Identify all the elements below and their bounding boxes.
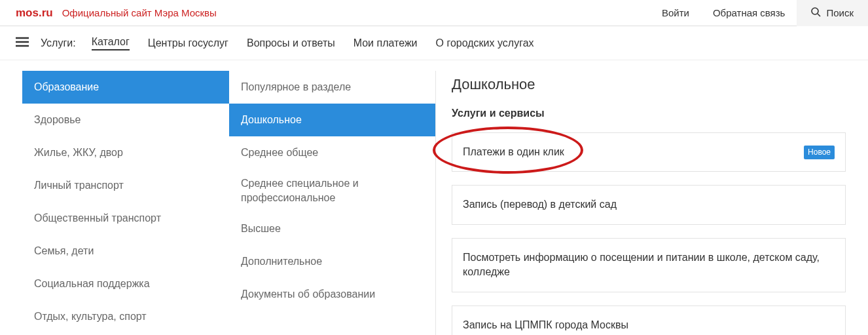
- service-one-click-payments[interactable]: Платежи в один клик Новое: [452, 132, 846, 172]
- nav-payments[interactable]: Мои платежи: [353, 37, 418, 49]
- category-social[interactable]: Социальная поддержка: [22, 267, 229, 300]
- subcat-popular[interactable]: Популярное в разделе: [229, 71, 435, 104]
- category-transport-public[interactable]: Общественный транспорт: [22, 202, 229, 235]
- subcat-vocational[interactable]: Среднее специальное и профессиональное: [229, 169, 435, 212]
- topbar-right: Войти Обратная связь Поиск: [650, 0, 868, 26]
- service-label: Посмотреть информацию о посещении и пита…: [463, 250, 835, 280]
- nav-centers[interactable]: Центры госуслуг: [148, 37, 228, 49]
- subcategory-column: Популярное в разделе Дошкольное Среднее …: [229, 71, 436, 335]
- nav-catalog[interactable]: Каталог: [92, 36, 130, 50]
- category-leisure[interactable]: Отдых, культура, спорт: [22, 300, 229, 333]
- detail-subtitle: Услуги и сервисы: [452, 108, 846, 119]
- site-logo[interactable]: mos.ru: [16, 7, 53, 20]
- hamburger-icon[interactable]: [16, 37, 29, 49]
- category-education[interactable]: Образование: [22, 71, 229, 104]
- category-health[interactable]: Здоровье: [22, 104, 229, 136]
- subcat-additional[interactable]: Дополнительное: [229, 245, 435, 278]
- new-badge: Новое: [804, 146, 835, 159]
- service-label: Запись (перевод) в детский сад: [463, 197, 617, 212]
- nav-about[interactable]: О городских услугах: [436, 37, 534, 49]
- nav-faq[interactable]: Вопросы и ответы: [247, 37, 335, 49]
- subcat-documents[interactable]: Документы об образовании: [229, 278, 435, 311]
- service-label: Запись на ЦПМПК города Москвы: [463, 318, 628, 332]
- nav-label: Услуги:: [41, 37, 76, 49]
- feedback-link[interactable]: Обратная связь: [701, 7, 797, 18]
- subcat-secondary[interactable]: Среднее общее: [229, 136, 435, 169]
- login-link[interactable]: Войти: [650, 7, 701, 18]
- category-column: Образование Здоровье Жилье, ЖКУ, двор Ли…: [22, 71, 229, 335]
- service-attendance-info[interactable]: Посмотреть информацию о посещении и пита…: [452, 238, 846, 292]
- detail-column: Дошкольное Услуги и сервисы Платежи в од…: [436, 71, 846, 335]
- detail-title: Дошкольное: [452, 76, 846, 93]
- search-icon: [811, 7, 821, 19]
- svg-line-1: [818, 14, 820, 16]
- search-button[interactable]: Поиск: [797, 0, 868, 26]
- site-tagline: Официальный сайт Мэра Москвы: [62, 7, 217, 18]
- service-cpmpk[interactable]: Запись на ЦПМПК города Москвы: [452, 305, 846, 335]
- svg-point-0: [812, 8, 818, 14]
- search-label: Поиск: [826, 7, 854, 18]
- service-label: Платежи в один клик: [463, 145, 564, 159]
- content: Образование Здоровье Жилье, ЖКУ, двор Ли…: [0, 60, 868, 335]
- category-family[interactable]: Семья, дети: [22, 235, 229, 267]
- subcat-preschool[interactable]: Дошкольное: [229, 104, 435, 136]
- topbar-left: mos.ru Официальный сайт Мэра Москвы: [0, 7, 650, 20]
- service-kindergarten-enroll[interactable]: Запись (перевод) в детский сад: [452, 185, 846, 224]
- subcat-higher[interactable]: Высшее: [229, 212, 435, 245]
- navbar: Услуги: Каталог Центры госуслуг Вопросы …: [0, 26, 868, 60]
- category-housing[interactable]: Жилье, ЖКУ, двор: [22, 136, 229, 169]
- topbar: mos.ru Официальный сайт Мэра Москвы Войт…: [0, 0, 868, 26]
- category-transport-personal[interactable]: Личный транспорт: [22, 169, 229, 202]
